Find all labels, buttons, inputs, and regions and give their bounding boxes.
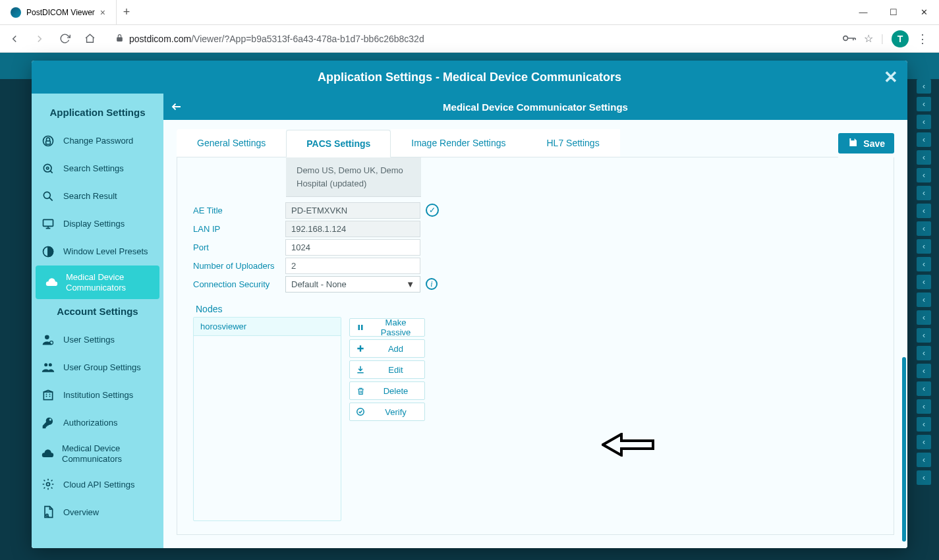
svg-rect-6 (43, 219, 53, 226)
info-icon[interactable]: i (426, 278, 438, 290)
tab-title: PostDICOM Viewer (26, 8, 95, 17)
sidebar-item-medical-device-communicators-account[interactable]: Medical Device Communicators (32, 437, 163, 470)
gear-search-icon (41, 161, 55, 176)
lock-icon (41, 134, 55, 148)
sidebar-item-medical-device-communicators[interactable]: Medical Device Communicators (36, 266, 159, 299)
document-icon (41, 505, 55, 519)
save-button[interactable]: Save (838, 133, 894, 154)
trash-icon (355, 387, 366, 395)
delete-node-button[interactable]: Delete (349, 381, 425, 400)
users-icon (41, 360, 55, 375)
lock-icon (115, 34, 124, 44)
svg-point-0 (843, 36, 848, 40)
make-passive-button[interactable]: Make Passive (349, 318, 425, 337)
backdrop-scroll-chips: ‹‹‹‹‹‹‹‹‹‹‹‹‹‹‹‹‹‹‹‹‹‹‹ (917, 79, 931, 547)
svg-rect-16 (361, 325, 363, 330)
ae-title-value: PD-ETMXVKN (285, 202, 420, 219)
address-bar[interactable]: postdicom.com/Viewer/?App=b9a5313f-6a43-… (107, 29, 834, 49)
bookmark-star-icon[interactable]: ☆ (864, 32, 873, 45)
sidebar-section-account: Account Settings (32, 299, 163, 326)
content-scrollbar[interactable] (902, 357, 906, 542)
pacs-settings-card: Demo US, Demo UK, Demo Hospital (updated… (177, 157, 894, 535)
svg-point-8 (45, 335, 49, 340)
ae-title-label: AE Title (193, 206, 285, 215)
connection-security-select[interactable]: Default - None ▼ (285, 276, 420, 293)
nav-back-button[interactable] (7, 31, 22, 47)
user-icon (41, 333, 55, 347)
window-minimize-button[interactable]: — (848, 0, 878, 24)
tab-image-render-settings[interactable]: Image Render Settings (391, 129, 526, 157)
svg-point-3 (43, 164, 51, 172)
tab-hl7-settings[interactable]: HL7 Settings (526, 129, 619, 157)
cloud-icon (45, 275, 58, 290)
browser-titlebar: PostDICOM Viewer × + — ☐ ✕ (0, 0, 939, 25)
sidebar-item-user-settings[interactable]: User Settings (32, 326, 163, 354)
panel-title: Medical Device Communicator Settings (163, 101, 907, 113)
sidebar-item-user-group-settings[interactable]: User Group Settings (32, 354, 163, 381)
svg-rect-12 (43, 392, 52, 400)
port-input[interactable]: 1024 (285, 239, 420, 256)
cloud-icon (41, 447, 54, 461)
plus-icon (355, 344, 366, 353)
modal-header: Application Settings - Medical Device Co… (32, 61, 907, 94)
nav-forward-button[interactable] (32, 31, 47, 47)
svg-point-4 (47, 167, 49, 169)
nav-reload-button[interactable] (57, 31, 72, 47)
search-icon (41, 189, 55, 204)
edit-node-button[interactable]: Edit (349, 360, 425, 379)
sidebar-item-authorizations[interactable]: Authorizations (32, 409, 163, 437)
sidebar-item-window-level-presets[interactable]: Window Level Presets (32, 238, 163, 266)
contrast-icon (41, 244, 55, 259)
check-circle-icon (355, 407, 366, 416)
tab-close-icon[interactable]: × (100, 7, 105, 18)
key-icon[interactable] (843, 33, 856, 45)
tab-general-settings[interactable]: General Settings (177, 129, 286, 157)
svg-rect-2 (46, 141, 51, 144)
new-tab-button[interactable]: + (117, 0, 136, 24)
window-maximize-button[interactable]: ☐ (878, 0, 909, 24)
key-auth-icon (41, 416, 55, 430)
sidebar-item-search-settings[interactable]: Search Settings (32, 155, 163, 182)
lan-ip-value: 192.168.1.124 (285, 221, 420, 237)
tab-favicon (11, 7, 21, 18)
sidebar-item-search-result[interactable]: Search Result (32, 182, 163, 210)
sidebar-item-cloud-api-settings[interactable]: Cloud API Settings (32, 470, 163, 498)
lan-ip-label: LAN IP (193, 224, 285, 234)
sidebar-item-change-password[interactable]: Change Password (32, 127, 163, 155)
browser-toolbar: postdicom.com/Viewer/?App=b9a5313f-6a43-… (0, 25, 939, 53)
profile-avatar[interactable]: T (892, 30, 909, 47)
monitor-icon (41, 217, 55, 231)
nodes-block: Nodes horosviewer Make Passive (177, 293, 894, 521)
nodes-list: horosviewer (193, 317, 341, 521)
sidebar-item-overview[interactable]: Overview (32, 498, 163, 526)
pause-icon (355, 323, 366, 331)
panel-header: Medical Device Communicator Settings (163, 94, 907, 120)
sidebar-item-institution-settings[interactable]: Institution Settings (32, 381, 163, 409)
nav-home-button[interactable] (82, 31, 98, 47)
uploaders-label: Number of Uploaders (193, 261, 285, 271)
settings-modal: Application Settings - Medical Device Co… (32, 61, 907, 548)
verify-node-button[interactable]: Verify (349, 403, 425, 421)
address-url: postdicom.com/Viewer/?App=b9a5313f-6a43-… (129, 34, 424, 44)
browser-tab[interactable]: PostDICOM Viewer × (0, 0, 117, 24)
add-node-button[interactable]: Add (349, 339, 425, 358)
window-close-button[interactable]: ✕ (909, 0, 939, 24)
main-panel: Medical Device Communicator Settings Gen… (163, 94, 907, 548)
node-item[interactable]: horosviewer (194, 318, 341, 336)
browser-menu-icon[interactable]: ⋮ (917, 32, 928, 46)
uploaders-input[interactable]: 2 (285, 258, 420, 274)
nodes-title: Nodes (193, 304, 341, 314)
svg-point-11 (49, 364, 52, 367)
chevron-down-icon: ▼ (406, 279, 414, 289)
panel-body: General Settings PACS Settings Image Ren… (163, 120, 907, 548)
connection-security-label: Connection Security (193, 279, 285, 289)
modal-title: Application Settings - Medical Device Co… (318, 70, 621, 84)
sidebar-item-display-settings[interactable]: Display Settings (32, 210, 163, 238)
panel-back-button[interactable] (163, 101, 190, 113)
modal-close-icon[interactable]: ✕ (884, 67, 898, 88)
tab-strip: General Settings PACS Settings Image Ren… (177, 129, 838, 157)
svg-point-10 (44, 364, 47, 367)
check-circle-icon: ✓ (426, 204, 439, 217)
svg-rect-15 (358, 325, 360, 330)
tab-pacs-settings[interactable]: PACS Settings (286, 130, 391, 157)
